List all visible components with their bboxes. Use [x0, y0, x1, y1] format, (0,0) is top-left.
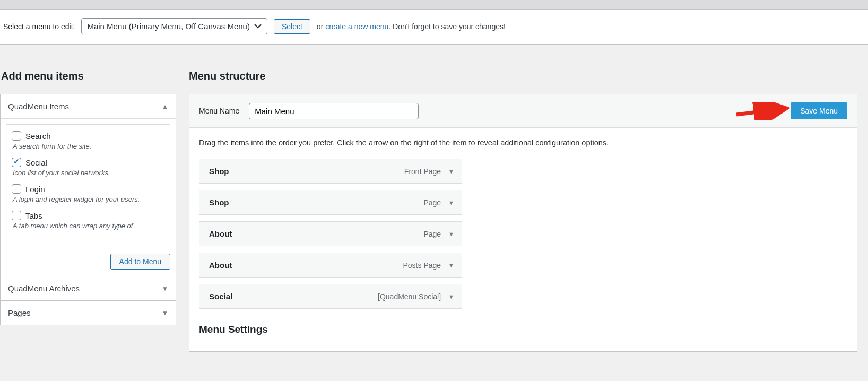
menu-item-type: [QuadMenu Social] [378, 292, 441, 301]
checkbox-social[interactable] [12, 158, 21, 167]
menu-item-label: About [209, 261, 232, 270]
panel-header-quadmenu-archives[interactable]: QuadMenu Archives ▼ [1, 276, 176, 300]
triangle-up-icon: ▲ [162, 103, 168, 110]
menu-item-label: Social [209, 292, 232, 301]
edit-menu-bar: Select a menu to edit: Main Menu (Primar… [0, 10, 868, 45]
menu-item-label: Shop [209, 167, 229, 176]
checkbox-search[interactable] [12, 131, 21, 141]
menu-structure-box: Menu Name Save Menu Drag the items into … [189, 94, 857, 352]
triangle-down-icon: ▼ [162, 285, 168, 292]
menu-settings-heading: Menu Settings [199, 324, 847, 335]
menu-item-about-postspage[interactable]: About Posts Page▼ [199, 253, 462, 278]
menu-item-shop-page[interactable]: Shop Page▼ [199, 190, 462, 215]
triangle-down-icon: ▼ [162, 309, 168, 317]
menu-item-type: Page [423, 230, 441, 238]
item-desc: A tab menu which can wrap any type of [13, 222, 164, 230]
triangle-down-icon[interactable]: ▼ [448, 231, 454, 237]
item-desc: A search form for the site. [13, 142, 164, 150]
select-button[interactable]: Select [274, 19, 310, 34]
checkbox-tabs[interactable] [12, 211, 21, 220]
menu-item-type: Page [423, 198, 441, 207]
chevron-down-icon [254, 23, 262, 30]
triangle-down-icon[interactable]: ▼ [448, 293, 454, 300]
menu-select-dropdown[interactable]: Main Menu (Primary Menu, Off Canvas Menu… [81, 18, 267, 34]
triangle-down-icon[interactable]: ▼ [448, 262, 454, 269]
quadmenu-item-list[interactable]: Search A search form for the site. Socia… [6, 125, 170, 247]
svg-line-0 [736, 109, 783, 115]
item-search: Search A search form for the site. [12, 131, 164, 150]
top-bar [0, 0, 868, 10]
menu-item-type: Front Page [404, 167, 441, 176]
item-desc: Icon list of your social networks. [13, 169, 164, 177]
menu-item-about-page[interactable]: About Page▼ [199, 221, 462, 246]
menu-item-shop-frontpage[interactable]: Shop Front Page▼ [199, 159, 462, 184]
menu-item-label: About [209, 229, 232, 238]
panel-header-quadmenu-items[interactable]: QuadMenu Items ▲ [1, 94, 176, 118]
select-menu-label: Select a menu to edit: [3, 22, 75, 31]
drag-instruction: Drag the items into the order you prefer… [199, 138, 847, 147]
menu-item-label: Shop [209, 198, 229, 207]
triangle-down-icon[interactable]: ▼ [448, 200, 454, 206]
panel-quadmenu-archives: QuadMenu Archives ▼ [0, 276, 176, 301]
item-login: Login A login and register widget for yo… [12, 184, 164, 203]
menu-item-social[interactable]: Social [QuadMenu Social]▼ [199, 284, 462, 309]
panel-title: Pages [8, 308, 31, 317]
panel-pages: Pages ▼ [0, 301, 176, 325]
menu-item-type: Posts Page [403, 261, 441, 270]
create-menu-hint: or create a new menu. Don't forget to sa… [317, 22, 506, 31]
item-tabs: Tabs A tab menu which can wrap any type … [12, 211, 164, 230]
checkbox-login[interactable] [12, 184, 21, 194]
menu-name-input[interactable] [249, 103, 419, 119]
create-new-menu-link[interactable]: create a new menu [325, 22, 388, 31]
menu-structure-heading: Menu structure [189, 70, 857, 82]
add-to-menu-button[interactable]: Add to Menu [110, 254, 170, 270]
panel-title: QuadMenu Items [8, 102, 69, 111]
item-desc: A login and register widget for your use… [13, 195, 164, 203]
item-social: Social Icon list of your social networks… [12, 158, 164, 177]
panel-quadmenu-items: QuadMenu Items ▲ Search A search form fo… [0, 94, 176, 276]
panel-header-pages[interactable]: Pages ▼ [1, 301, 176, 325]
panel-title: QuadMenu Archives [8, 284, 80, 293]
annotation-arrow [735, 102, 791, 120]
add-menu-items-heading: Add menu items [0, 70, 176, 82]
menu-select-value: Main Menu (Primary Menu, Off Canvas Menu… [87, 22, 250, 31]
triangle-down-icon[interactable]: ▼ [448, 168, 454, 175]
menu-items-list: Shop Front Page▼ Shop Page▼ About Page▼ … [199, 159, 462, 309]
menu-name-label: Menu Name [199, 107, 239, 115]
structure-header: Menu Name Save Menu [189, 94, 857, 128]
save-menu-button[interactable]: Save Menu [791, 102, 847, 119]
